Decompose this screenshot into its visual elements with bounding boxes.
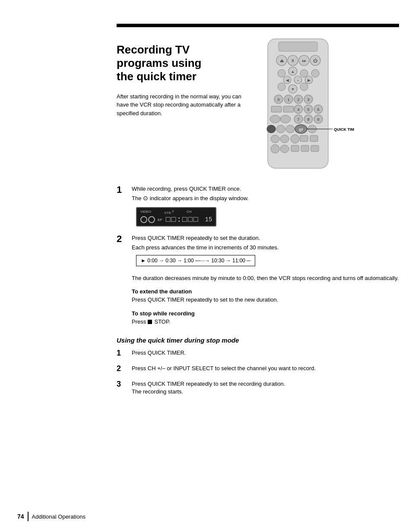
svg-text:⏏: ⏏ <box>280 58 284 63</box>
svg-rect-61 <box>310 135 318 142</box>
remote-svg: ⏏ ⏸ ⏭ ⏻ ▲ <box>255 37 354 175</box>
footer-section: Additional Operations <box>32 513 86 520</box>
section2-step-2-content: Press CH +/– or INPUT SELECT to select t… <box>132 365 399 372</box>
svg-point-51 <box>286 125 295 133</box>
svg-text:4: 4 <box>297 107 299 112</box>
section2-steps: 1 Press QUICK TIMER. 2 Press CH +/– or I… <box>117 349 399 396</box>
stop-text: Press STOP. <box>132 318 399 326</box>
svg-rect-34 <box>283 106 294 112</box>
display-ep-label: EP <box>158 218 162 222</box>
page-number: 74 <box>17 513 24 520</box>
top-bar <box>117 24 399 27</box>
svg-rect-66 <box>311 145 319 151</box>
section2-step-1-number: 1 <box>117 349 125 357</box>
svg-point-49 <box>267 125 276 133</box>
remote-illustration-wrapper: ⏏ ⏸ ⏭ ⏻ ▲ <box>255 37 354 176</box>
page-container: Recording TV programs using the quick ti… <box>0 0 412 532</box>
svg-text:⏭: ⏭ <box>302 59 306 63</box>
svg-text:3: 3 <box>307 98 309 102</box>
svg-text:⏸: ⏸ <box>291 58 295 63</box>
section2-step-1-text: Press QUICK TIMER. <box>132 349 399 357</box>
svg-point-62 <box>271 145 279 153</box>
svg-point-24 <box>300 83 308 91</box>
svg-rect-60 <box>300 135 308 142</box>
section2-step-3: 3 Press QUICK TIMER repeatedly to set th… <box>117 380 399 396</box>
stop-heading: To stop while recording <box>132 310 399 317</box>
svg-point-41 <box>270 115 280 123</box>
svg-text:QT: QT <box>299 128 303 132</box>
display-vtr-label: VTR 3 <box>164 210 174 215</box>
intro-text: After starting recording in the normal w… <box>117 92 246 118</box>
step-1-content: While recording, press QUICK TIMER once.… <box>132 185 399 227</box>
svg-rect-33 <box>271 106 282 112</box>
svg-point-14 <box>311 69 319 77</box>
page-footer: 74 Additional Operations <box>0 512 412 521</box>
title-intro-block: Recording TV programs using the quick ti… <box>117 37 246 117</box>
svg-text:▼: ▼ <box>291 87 295 91</box>
display-channel: 15 <box>205 216 212 223</box>
svg-rect-64 <box>291 145 299 151</box>
step-1-number: 1 <box>117 185 125 195</box>
svg-text:⏻: ⏻ <box>313 58 317 63</box>
step-2-content: Press QUICK TIMER repeatedly to set the … <box>132 234 399 266</box>
display-illustration: VIDEO VTR 3 CH <box>136 207 399 227</box>
page-number-area: 74 Additional Operations <box>17 512 86 521</box>
section2-step-3-number: 3 <box>117 380 125 388</box>
section2-step-2: 2 Press CH +/– or INPUT SELECT to select… <box>117 365 399 372</box>
step-1-sub: The ⊙ indicator appears in the display w… <box>132 194 399 203</box>
display-time: □□:□□□ <box>166 215 199 224</box>
svg-point-57 <box>271 135 279 143</box>
svg-text:•: • <box>298 79 299 82</box>
extend-text: Press QUICK TIMER repeatedly to set to t… <box>132 296 399 304</box>
svg-text:8: 8 <box>307 117 309 122</box>
svg-point-59 <box>291 135 299 143</box>
svg-text:QUICK TIMER: QUICK TIMER <box>334 127 354 132</box>
page-title: Recording TV programs using the quick ti… <box>117 43 246 84</box>
steps-section: 1 While recording, press QUICK TIMER onc… <box>117 185 399 396</box>
svg-text:1: 1 <box>287 98 289 102</box>
footer-divider <box>28 512 29 521</box>
display-ch-label: CH <box>187 210 192 215</box>
stop-icon <box>148 320 152 324</box>
step-1: 1 While recording, press QUICK TIMER onc… <box>117 185 399 227</box>
svg-point-58 <box>280 135 289 143</box>
svg-text:▲: ▲ <box>291 69 295 74</box>
svg-rect-1 <box>279 42 317 51</box>
svg-point-10 <box>278 69 285 77</box>
step-2-number: 2 <box>117 234 125 244</box>
svg-text:6: 6 <box>317 107 319 112</box>
svg-text:▶: ▶ <box>307 78 311 82</box>
display-video-label: VIDEO <box>140 210 151 215</box>
step-2: 2 Press QUICK TIMER repeatedly to set th… <box>117 234 399 266</box>
section2-step-1-content: Press QUICK TIMER. <box>132 349 399 357</box>
svg-text:9: 9 <box>317 117 319 122</box>
svg-point-63 <box>280 145 289 153</box>
section2-step-2-text: Press CH +/– or INPUT SELECT to select t… <box>132 365 399 372</box>
svg-point-13 <box>300 69 308 77</box>
step-1-main: While recording, press QUICK TIMER once. <box>132 185 399 193</box>
svg-point-50 <box>276 125 285 133</box>
step-2-main: Press QUICK TIMER repeatedly to set the … <box>132 234 399 242</box>
svg-text:0: 0 <box>277 98 279 102</box>
section2-step-1: 1 Press QUICK TIMER. <box>117 349 399 357</box>
svg-text:◀: ◀ <box>286 78 289 82</box>
svg-text:5: 5 <box>307 107 309 112</box>
svg-text:2: 2 <box>297 98 299 102</box>
section2-step-2-number: 2 <box>117 365 125 372</box>
time-diagram: ► 0:00 → 0:30 → 1:00 —···→ 10:30 → 11:00… <box>136 255 399 266</box>
step-2-sub: Each press advances the time in incremen… <box>132 244 399 252</box>
title-section: Recording TV programs using the quick ti… <box>117 43 246 84</box>
extend-heading: To extend the duration <box>132 288 399 295</box>
section2-step-3-content: Press QUICK TIMER repeatedly to set the … <box>132 380 399 396</box>
svg-rect-65 <box>301 145 309 151</box>
section2-heading: Using the quick timer during stop mode <box>117 337 399 344</box>
section2-step-3-text: Press QUICK TIMER repeatedly to set the … <box>132 380 399 396</box>
content-area: Recording TV programs using the quick ti… <box>117 30 399 403</box>
svg-text:7: 7 <box>297 117 299 122</box>
step-2-desc: The duration decreases minute by minute … <box>132 274 399 283</box>
svg-point-42 <box>280 115 291 123</box>
svg-point-21 <box>278 83 285 91</box>
